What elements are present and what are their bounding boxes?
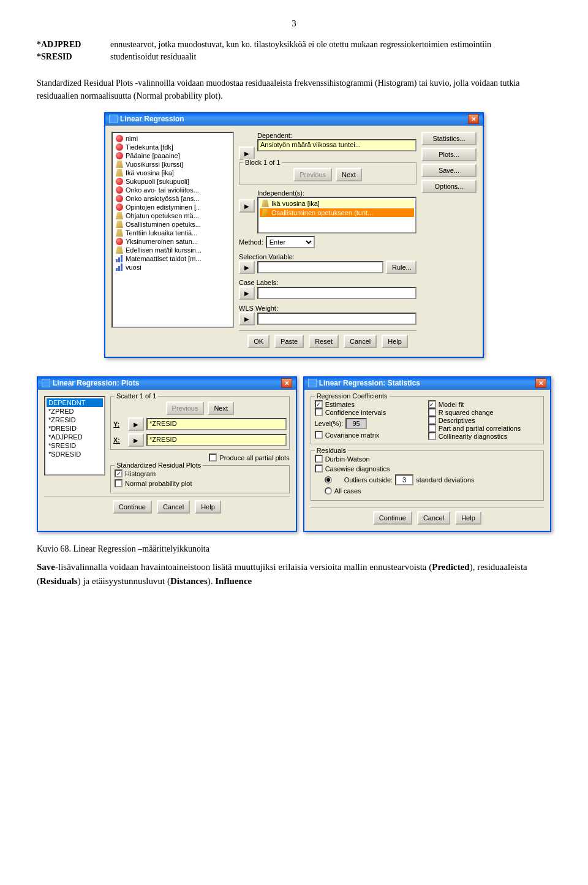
lr-options-button[interactable]: Options... — [421, 180, 477, 193]
lr-ind-item-2[interactable]: Osallistuminen opetukseen (tunt... — [260, 208, 414, 217]
plots-list-item[interactable]: *SDRESID — [47, 450, 103, 458]
lr-list-item[interactable]: Tiedekunta [tdk] — [114, 143, 232, 151]
lr-independents-arrow[interactable]: ▶ — [239, 199, 255, 213]
plots-list-item[interactable]: *ZRESID — [47, 416, 103, 424]
lr-rule-button[interactable]: Rule... — [386, 260, 417, 274]
lr-list-item[interactable]: Onko avo- tai avioliitos... — [114, 186, 232, 194]
lr-list-item[interactable]: Osallistuminen opetuks... — [114, 220, 232, 229]
lr-list-item[interactable]: Vuosikurssi [kurssi] — [114, 160, 232, 169]
plots-cancel-button[interactable]: Cancel — [157, 500, 190, 514]
lr-cancel-button[interactable]: Cancel — [344, 335, 377, 348]
lr-wls-field[interactable] — [257, 313, 417, 325]
scatter-x-arrow[interactable]: ▶ — [128, 433, 144, 447]
lr-list-item[interactable]: Matemaattiset taidot [m... — [114, 254, 232, 263]
lr-close-button[interactable]: ✕ — [468, 114, 479, 124]
stats-titlebar[interactable]: Linear Regression: Statistics ✕ — [304, 376, 550, 390]
partial-plots-row: Produce all partial plots — [110, 454, 290, 461]
outliers-input[interactable] — [395, 474, 413, 485]
r-squared-label: R squared change — [439, 409, 494, 416]
confidence-checkbox[interactable] — [315, 408, 323, 416]
lr-caselabels-field[interactable] — [257, 287, 417, 299]
stats-cancel-button[interactable]: Cancel — [417, 511, 450, 525]
plots-var-listbox[interactable]: DEPENDNT*ZPRED*ZRESID*DRESID*ADJPRED*SRE… — [44, 396, 105, 476]
lr-save-button[interactable]: Save... — [421, 164, 477, 177]
r-squared-checkbox[interactable] — [428, 408, 436, 416]
lr-selection-field[interactable] — [257, 261, 383, 273]
plots-list-item[interactable]: *SRESID — [47, 441, 103, 450]
lr-list-item[interactable]: Tenttiin lukuaika tentiä... — [114, 229, 232, 237]
model-fit-checkbox[interactable] — [428, 400, 436, 408]
plots-close-button[interactable]: ✕ — [281, 378, 292, 388]
scatter-x-row: X: ▶ *ZRESID — [113, 433, 287, 447]
std-resid-section-label: Standardized Residual Plots — [115, 461, 203, 469]
lr-help-button[interactable]: Help — [382, 335, 408, 348]
stats-help-button[interactable]: Help — [455, 511, 481, 525]
lr-dependent-arrow[interactable]: ▶ — [239, 146, 255, 160]
lr-list-item[interactable]: Pääaine [paaaine] — [114, 151, 232, 160]
lr-next-button[interactable]: Next — [336, 168, 362, 181]
reg-coeff-right: Model fit R squared change Descriptives — [428, 400, 540, 440]
plots-continue-button[interactable]: Continue — [113, 500, 152, 514]
lr-list-item[interactable]: Opintojen edistyminen [.. — [114, 203, 232, 211]
casewise-checkbox[interactable] — [315, 465, 323, 473]
lr-reset-button[interactable]: Reset — [309, 335, 339, 348]
lr-list-item[interactable]: Yksinumeroinen satun... — [114, 237, 232, 246]
plots-titlebar[interactable]: Linear Regression: Plots ✕ — [38, 376, 296, 390]
stats-close-button[interactable]: ✕ — [535, 378, 546, 388]
histogram-checkbox[interactable] — [115, 469, 123, 477]
partial-plots-checkbox[interactable] — [209, 454, 217, 461]
lr-list-item[interactable]: Sukupuoli [sukupuoli] — [114, 177, 232, 186]
plots-list-item[interactable]: *ZPRED — [47, 407, 103, 416]
lr-selection-label: Selection Variable: — [239, 253, 417, 260]
plots-list-item[interactable]: *ADJPRED — [47, 433, 103, 441]
lr-variable-listbox[interactable]: nimiTiedekunta [tdk]Pääaine [paaaine]Vuo… — [111, 132, 234, 328]
lr-paste-button[interactable]: Paste — [274, 335, 304, 348]
lr-dependent-field[interactable]: Ansiotyön määrä viikossa tuntei... — [257, 139, 417, 151]
lr-wls-arrow[interactable]: ▶ — [239, 312, 255, 325]
lr-ind-item-1[interactable]: Ikä vuosina [ika] — [260, 199, 414, 208]
lr-method-select[interactable]: Enter — [266, 236, 315, 248]
pencil-icon — [116, 246, 123, 254]
plots-title: Linear Regression: Plots — [53, 379, 139, 387]
lr-plots-button[interactable]: Plots... — [421, 148, 477, 161]
scatter-prev-button[interactable]: Previous — [166, 401, 205, 415]
level-input[interactable] — [345, 418, 367, 429]
descriptives-label: Descriptives — [439, 417, 475, 424]
lr-caselabels-arrow[interactable]: ▶ — [239, 286, 255, 300]
outliers-radio[interactable] — [325, 476, 332, 484]
normal-prob-checkbox[interactable] — [115, 479, 123, 487]
lr-list-item[interactable]: vuosi — [114, 263, 232, 272]
part-partial-checkbox[interactable] — [428, 424, 436, 432]
estimates-checkbox[interactable] — [315, 400, 323, 408]
lr-selection-arrow[interactable]: ▶ — [239, 260, 255, 274]
scatter-x-field[interactable]: *ZRESID — [146, 434, 287, 446]
durbin-row: Durbin-Watson — [315, 455, 540, 463]
sresid-definition: studentisoidut residuaalit — [110, 52, 551, 62]
lr-list-item-label: Tenttiin lukuaika tentiä... — [126, 229, 197, 237]
lr-independents-box[interactable]: Ikä vuosina [ika] Osallistuminen opetuks… — [257, 197, 417, 234]
bottom-dialogs: Linear Regression: Plots ✕ DEPENDNT*ZPRE… — [37, 376, 551, 532]
all-cases-radio[interactable] — [325, 487, 332, 495]
lr-list-item[interactable]: nimi — [114, 134, 232, 143]
plots-list-item[interactable]: DEPENDNT — [47, 398, 103, 407]
descriptives-checkbox[interactable] — [428, 416, 436, 424]
collinearity-checkbox[interactable] — [428, 432, 436, 440]
plots-right-section: Scatter 1 of 1 Previous Next Y: ▶ *ZRESI… — [110, 396, 290, 493]
covariance-checkbox[interactable] — [315, 431, 323, 439]
lr-titlebar[interactable]: Linear Regression ✕ — [105, 112, 483, 126]
lr-list-item[interactable]: Onko ansiotyössä [ans... — [114, 194, 232, 203]
lr-ok-button[interactable]: OK — [247, 335, 270, 348]
durbin-checkbox[interactable] — [315, 455, 323, 463]
scatter-next-button[interactable]: Next — [208, 401, 234, 415]
lr-list-item[interactable]: Edellisen mat/til kurssin... — [114, 246, 232, 254]
sresid-row: *SRESID studentisoidut residuaalit — [37, 52, 551, 62]
lr-list-item[interactable]: Ohjatun opetuksen mä... — [114, 211, 232, 220]
lr-list-item[interactable]: Ikä vuosina [ika] — [114, 169, 232, 177]
stats-continue-button[interactable]: Continue — [373, 511, 412, 525]
scatter-y-field[interactable]: *ZRESID — [146, 418, 287, 430]
lr-statistics-button[interactable]: Statistics... — [421, 132, 477, 145]
plots-help-button[interactable]: Help — [195, 500, 221, 514]
plots-list-item[interactable]: *DRESID — [47, 424, 103, 433]
lr-prev-button[interactable]: Previous — [293, 168, 332, 181]
scatter-y-arrow[interactable]: ▶ — [128, 417, 144, 431]
